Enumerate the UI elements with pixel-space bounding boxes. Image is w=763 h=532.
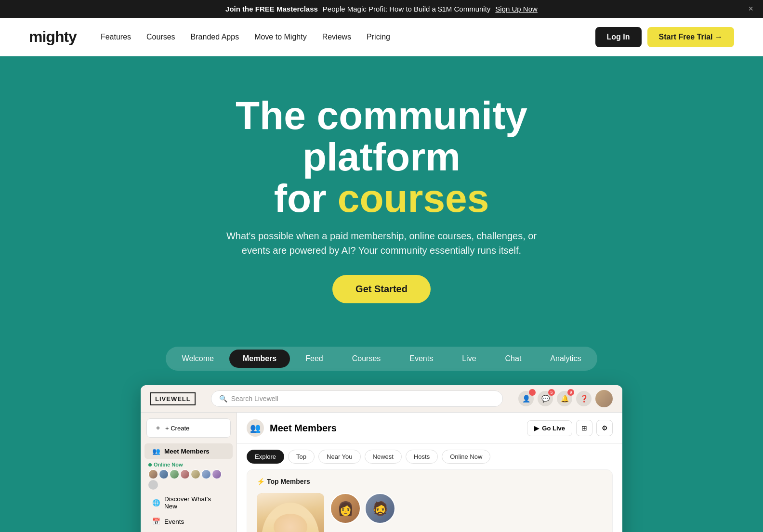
nav-pricing[interactable]: Pricing — [367, 33, 390, 41]
online-avatar — [212, 469, 222, 479]
grid-icon: ⊞ — [581, 424, 587, 432]
pill-newest[interactable]: Newest — [365, 450, 402, 464]
app-main: 👥 Meet Members ▶ Go Live ⊞ ⚙ — [237, 413, 622, 532]
search-placeholder: Search Livewell — [231, 395, 278, 402]
nav-reviews[interactable]: Reviews — [322, 33, 351, 41]
members-settings-icon[interactable]: ⊞ — [576, 420, 592, 436]
members-sidebar-icon: 👥 — [152, 447, 160, 455]
search-icon: 🔍 — [219, 395, 227, 402]
tab-feed[interactable]: Feed — [292, 350, 336, 368]
gear-icon: ⚙ — [602, 424, 608, 432]
nav-features[interactable]: Features — [101, 33, 131, 41]
plus-icon: ＋ — [155, 424, 161, 432]
sidebar-item-meet-members[interactable]: 👥 Meet Members — [145, 443, 233, 459]
logo[interactable]: mighty — [29, 28, 77, 46]
video-icon: ▶ — [534, 425, 539, 432]
create-button[interactable]: ＋ + Create — [146, 418, 231, 438]
top-members-section: ⚡ Top Members — [247, 469, 613, 532]
app-preview: LIVEWELL 🔍 Search Livewell 👤 💬 5 🔔 9 — [0, 385, 763, 532]
help-icon[interactable]: ❓ — [576, 391, 592, 406]
sidebar-item-discover[interactable]: 🌐 Discover What's New — [145, 492, 233, 514]
tab-events[interactable]: Events — [396, 350, 447, 368]
app-logo: LIVEWELL — [150, 392, 196, 405]
online-avatar — [201, 469, 211, 479]
tab-chat[interactable]: Chat — [492, 350, 535, 368]
notifications-icon[interactable]: 💬 5 — [538, 391, 553, 406]
announcement-bar: Join the FREE Masterclass People Magic P… — [0, 0, 763, 18]
nav-branded-apps[interactable]: Branded Apps — [191, 33, 239, 41]
sidebar-item-events[interactable]: 📅 Events — [145, 514, 233, 529]
nav-links: Features Courses Branded Apps Move to Mi… — [101, 33, 595, 41]
navbar-actions: Log In Start Free Trial → — [595, 27, 734, 47]
tabs-container: Welcome Members Feed Courses Events Live… — [0, 347, 763, 385]
hero-highlight: courses — [338, 176, 489, 220]
online-section: Online Now ... — [141, 459, 237, 492]
hero-line2-prefix: for — [274, 176, 338, 220]
trial-button[interactable]: Start Free Trial → — [647, 27, 735, 47]
main-title: 👥 Meet Members — [247, 419, 337, 437]
bell-icon[interactable]: 🔔 9 — [557, 391, 572, 406]
app-header: LIVEWELL 🔍 Search Livewell 👤 💬 5 🔔 9 — [141, 385, 622, 413]
announcement-prefix: Join the FREE Masterclass — [225, 5, 318, 13]
navbar: mighty Features Courses Branded Apps Mov… — [0, 18, 763, 56]
app-body: ＋ + Create 👥 Meet Members Online Now — [141, 413, 622, 532]
top-members-header: ⚡ Top Members — [257, 478, 603, 485]
online-avatars: ... — [148, 469, 229, 490]
members-title-icon: 👥 — [247, 419, 264, 437]
go-live-button[interactable]: ▶ Go Live — [527, 420, 572, 436]
hero-line1: The community platform — [236, 93, 527, 179]
tab-analytics[interactable]: Analytics — [537, 350, 594, 368]
pill-online-now[interactable]: Online Now — [442, 450, 490, 464]
main-actions: ▶ Go Live ⊞ ⚙ — [527, 420, 613, 436]
members-grid: 👩 🧔 👨 👩 — [257, 493, 603, 532]
featured-member[interactable] — [257, 493, 324, 532]
online-avatar — [170, 469, 179, 479]
tab-members[interactable]: Members — [229, 350, 290, 368]
online-more: ... — [148, 480, 158, 490]
online-avatar — [159, 469, 169, 479]
tab-live[interactable]: Live — [448, 350, 489, 368]
app-search-bar[interactable]: 🔍 Search Livewell — [211, 390, 503, 407]
get-started-button[interactable]: Get Started — [332, 275, 431, 303]
close-icon[interactable]: × — [748, 4, 753, 14]
settings-icon[interactable]: ⚙ — [596, 420, 613, 436]
app-sidebar: ＋ + Create 👥 Meet Members Online Now — [141, 413, 237, 532]
pill-near-you[interactable]: Near You — [318, 450, 361, 464]
online-avatar — [191, 469, 200, 479]
members-content: ⚡ Top Members — [237, 469, 622, 532]
user-avatar[interactable] — [595, 390, 613, 407]
side-member-1[interactable]: 👩 — [330, 493, 361, 524]
hero-section: The community platform for courses What'… — [0, 56, 763, 347]
start-here-section-label: Start Here — [141, 529, 237, 532]
nav-move-to-mighty[interactable]: Move to Mighty — [254, 33, 306, 41]
side-members-grid: 👩 🧔 👨 👩 — [330, 493, 395, 532]
online-avatar — [180, 469, 190, 479]
side-member-2[interactable]: 🧔 — [365, 493, 395, 524]
calendar-icon: 📅 — [152, 518, 160, 525]
announcement-text: People Magic Profit: How to Build a $1M … — [323, 5, 490, 13]
online-avatar — [148, 469, 158, 479]
nav-courses[interactable]: Courses — [146, 33, 175, 41]
app-main-header: 👥 Meet Members ▶ Go Live ⊞ ⚙ — [237, 413, 622, 444]
filter-pills: Explore Top Near You Newest Hosts Online… — [237, 444, 622, 469]
hero-subtitle: What's possible when a paid membership, … — [223, 229, 540, 258]
login-button[interactable]: Log In — [595, 27, 642, 47]
app-window: LIVEWELL 🔍 Search Livewell 👤 💬 5 🔔 9 — [141, 385, 622, 532]
pill-explore[interactable]: Explore — [247, 450, 284, 464]
pill-top[interactable]: Top — [288, 450, 315, 464]
add-member-icon[interactable]: 👤 — [518, 391, 534, 406]
hero-heading: The community platform for courses — [165, 95, 598, 219]
feature-tabs: Welcome Members Feed Courses Events Live… — [166, 347, 598, 371]
tab-courses[interactable]: Courses — [339, 350, 395, 368]
announcement-cta[interactable]: Sign Up Now — [495, 5, 538, 13]
tab-welcome[interactable]: Welcome — [169, 350, 227, 368]
discover-icon: 🌐 — [152, 499, 160, 506]
pill-hosts[interactable]: Hosts — [406, 450, 438, 464]
online-dot — [148, 463, 152, 467]
app-header-icons: 👤 💬 5 🔔 9 ❓ — [518, 390, 613, 407]
